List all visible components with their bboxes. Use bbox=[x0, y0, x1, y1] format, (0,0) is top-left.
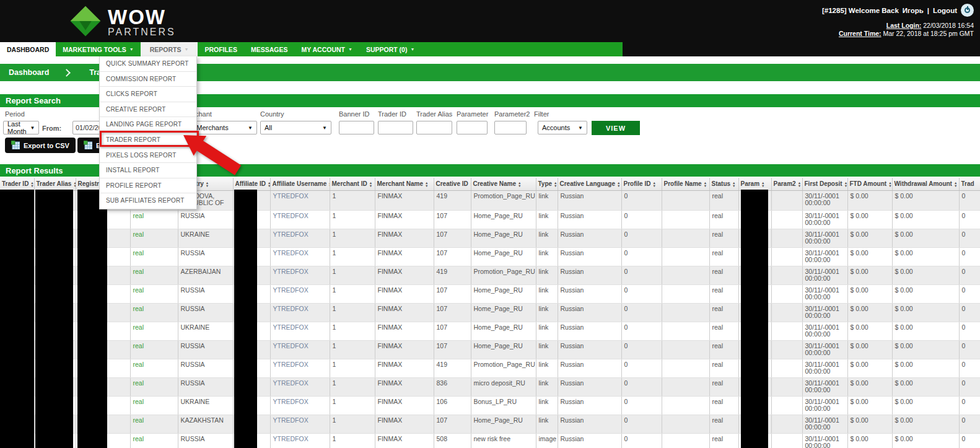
cell: real bbox=[130, 340, 178, 359]
cell[interactable]: YTREDFOX bbox=[270, 303, 330, 322]
column-header-type[interactable]: Type▲▼ bbox=[536, 178, 558, 190]
column-header-trader-alias[interactable]: Trader Alias▲▼ bbox=[34, 178, 76, 190]
column-header-merchant-name[interactable]: Merchant Name▲▼ bbox=[375, 178, 434, 190]
cell: Russian bbox=[558, 415, 621, 433]
column-header-param2[interactable]: Param2▲▼ bbox=[771, 178, 802, 190]
cell bbox=[771, 229, 802, 247]
cell: 1 bbox=[330, 415, 375, 433]
column-header-creative-language[interactable]: Creative Language▲▼ bbox=[558, 178, 621, 190]
cell: 1 bbox=[330, 377, 375, 396]
cell: Bonus_LP_RU bbox=[471, 396, 536, 415]
banner-id-input[interactable] bbox=[339, 121, 374, 134]
parameter-input[interactable] bbox=[457, 121, 488, 134]
cell: new risk free bbox=[471, 433, 536, 448]
cell: 0 bbox=[621, 190, 662, 210]
menu-item-quick-summary-report[interactable]: QUICK SUMMARY REPORT bbox=[100, 56, 196, 72]
cell: Promotion_Page_RU bbox=[471, 190, 536, 210]
cell[interactable]: YTREDFOX bbox=[270, 210, 330, 229]
column-header-trad[interactable]: Trad bbox=[959, 178, 980, 190]
nav-item-dashboard[interactable]: DASHBOARD bbox=[0, 42, 56, 56]
cell bbox=[771, 377, 802, 396]
logout-link[interactable]: Logout bbox=[933, 7, 957, 14]
cell: $ 0.00 bbox=[892, 247, 959, 266]
cell[interactable]: YTREDFOX bbox=[270, 322, 330, 340]
nav-item-marketing-tools[interactable]: MARKETING TOOLS▼ bbox=[56, 42, 140, 56]
cell bbox=[771, 247, 802, 266]
cell[interactable]: YTREDFOX bbox=[270, 284, 330, 303]
menu-item-sub-affiliates-report[interactable]: SUB AFFILIATES REPORT bbox=[100, 193, 196, 209]
cell: Russian bbox=[558, 229, 621, 247]
column-header-withdrawal-amount[interactable]: Withdrawal Amount▲▼ bbox=[892, 178, 959, 190]
cell: 0 bbox=[959, 303, 980, 322]
column-header-profile-name[interactable]: Profile Name▲▼ bbox=[662, 178, 709, 190]
column-header-affiliate-username[interactable]: Affiliate Username▲▼ bbox=[270, 178, 330, 190]
column-header-trader-id[interactable]: Trader ID▲▼ bbox=[0, 178, 34, 190]
cell: 30/11/-0001 00:00:00 bbox=[802, 359, 847, 377]
parameter2-input[interactable] bbox=[494, 121, 527, 134]
nav-item-messages[interactable]: MESSAGES bbox=[244, 42, 295, 56]
country-label: Country bbox=[260, 110, 284, 118]
cell[interactable]: YTREDFOX bbox=[270, 247, 330, 266]
column-header-creative-name[interactable]: Creative Name▲▼ bbox=[471, 178, 536, 190]
power-icon[interactable] bbox=[961, 4, 974, 17]
cell: real bbox=[709, 247, 738, 266]
cell: $ 0.00 bbox=[847, 415, 892, 433]
column-header-merchant-id[interactable]: Merchant ID▲▼ bbox=[330, 178, 375, 190]
cell: link bbox=[536, 210, 558, 229]
cell: FINMAX bbox=[375, 303, 434, 322]
cell bbox=[662, 210, 709, 229]
column-header-param[interactable]: Param▲▼ bbox=[738, 178, 771, 190]
parameter2-label: Parameter2 bbox=[494, 110, 530, 118]
country-select[interactable]: All▼ bbox=[260, 121, 331, 134]
breadcrumb-dashboard[interactable]: Dashboard bbox=[0, 68, 58, 77]
period-select[interactable]: Last Month▼ bbox=[3, 121, 39, 134]
cell: real bbox=[130, 266, 178, 284]
menu-item-creative-report[interactable]: CREATIVE REPORT bbox=[100, 102, 196, 118]
cell[interactable]: YTREDFOX bbox=[270, 340, 330, 359]
menu-item-clicks-report[interactable]: CLICKS REPORT bbox=[100, 87, 196, 102]
cell: FINMAX bbox=[375, 396, 434, 415]
cell: real bbox=[709, 210, 738, 229]
cell: $ 0.00 bbox=[847, 284, 892, 303]
cell: Home_Page_RU bbox=[471, 210, 536, 229]
cell: RUSSIA bbox=[178, 303, 233, 322]
cell: real bbox=[709, 322, 738, 340]
cell[interactable]: YTREDFOX bbox=[270, 190, 330, 210]
column-header-status[interactable]: Status▲▼ bbox=[709, 178, 738, 190]
cell: link bbox=[536, 377, 558, 396]
export-csv-button[interactable]: Export to CSV bbox=[5, 138, 76, 153]
cell[interactable]: YTREDFOX bbox=[270, 415, 330, 433]
trader-id-input[interactable] bbox=[378, 121, 413, 134]
redaction-bar bbox=[35, 190, 73, 448]
filter-select[interactable]: Accounts▼ bbox=[538, 121, 587, 134]
cell[interactable]: YTREDFOX bbox=[270, 359, 330, 377]
cell: 30/11/-0001 00:00:00 bbox=[802, 396, 847, 415]
cell: 1 bbox=[330, 284, 375, 303]
cell: 30/11/-0001 00:00:00 bbox=[802, 340, 847, 359]
cell[interactable]: YTREDFOX bbox=[270, 433, 330, 448]
cell[interactable]: YTREDFOX bbox=[270, 266, 330, 284]
cell[interactable]: YTREDFOX bbox=[270, 396, 330, 415]
view-button[interactable]: VIEW bbox=[592, 121, 640, 135]
cell: 0 bbox=[959, 229, 980, 247]
cell: 0 bbox=[959, 340, 980, 359]
filter-label: Filter bbox=[534, 110, 549, 118]
cell: $ 0.00 bbox=[892, 359, 959, 377]
nav-item-my-account[interactable]: MY ACCOUNT▼ bbox=[294, 42, 359, 56]
table-row: realKAZAKHSTANYTREDFOX1FINMAX107Home_Pag… bbox=[0, 415, 980, 433]
column-header-profile-id[interactable]: Profile ID▲▼ bbox=[621, 178, 662, 190]
cell: RUSSIA bbox=[178, 433, 233, 448]
cell[interactable]: YTREDFOX bbox=[270, 229, 330, 247]
nav-item-profiles[interactable]: PROFILES bbox=[198, 42, 244, 56]
nav-item-reports[interactable]: REPORTS▼ bbox=[141, 42, 198, 56]
column-header-first-deposit[interactable]: First Deposit▲▼ bbox=[802, 178, 847, 190]
column-header-ftd-amount[interactable]: FTD Amount▲▼ bbox=[847, 178, 892, 190]
nav-item-support-0[interactable]: SUPPORT (0)▼ bbox=[359, 42, 421, 56]
chevron-down-icon: ▼ bbox=[129, 47, 134, 51]
trader-alias-input[interactable] bbox=[416, 121, 452, 134]
menu-item-commission-report[interactable]: COMMISSION REPORT bbox=[100, 72, 196, 87]
current-time: Current Time: Mar 22, 2018 at 18:25 pm G… bbox=[822, 30, 974, 38]
cell[interactable]: YTREDFOX bbox=[270, 377, 330, 396]
cell: real bbox=[709, 396, 738, 415]
column-header-creative-id[interactable]: Creative ID▲▼ bbox=[434, 178, 471, 190]
